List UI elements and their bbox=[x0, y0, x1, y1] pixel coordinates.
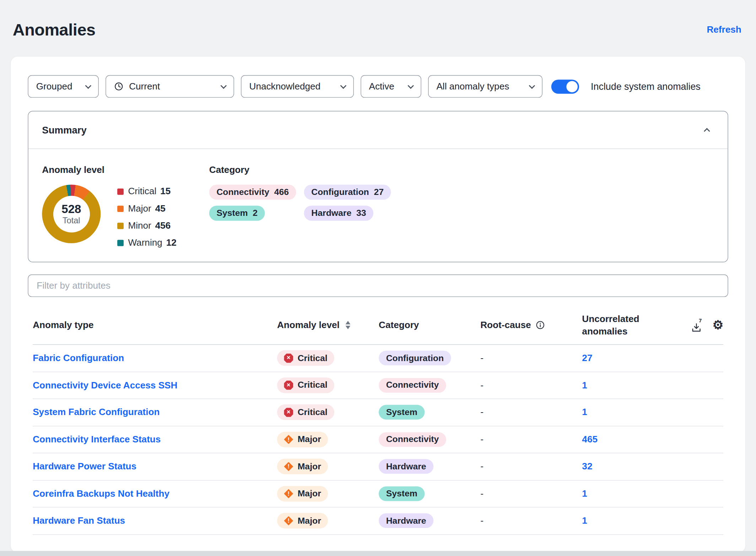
anomaly-level-legend: Critical 15 Major 45 Minor bbox=[117, 185, 177, 248]
category-pill: Hardware bbox=[379, 513, 433, 528]
category-pill: Configuration bbox=[379, 351, 451, 365]
legend-item-major: Major 45 bbox=[117, 203, 177, 214]
anomalies-page: Anomalies Refresh Grouped Current Unackn… bbox=[0, 0, 756, 556]
download-icon bbox=[691, 323, 702, 333]
clock-icon bbox=[114, 82, 124, 92]
legend-label: Major bbox=[128, 203, 151, 214]
table-row: Connectivity Device Access SSH Critical … bbox=[33, 372, 723, 399]
anomaly-type-link[interactable]: Hardware Fan Status bbox=[33, 516, 125, 526]
chevron-down-icon bbox=[340, 82, 347, 89]
summary-header: Summary bbox=[28, 111, 728, 149]
uncorrelated-count-link[interactable]: 1 bbox=[582, 407, 587, 417]
legend-value: 15 bbox=[160, 186, 171, 197]
critical-icon bbox=[284, 354, 293, 363]
time-range-dropdown[interactable]: Current bbox=[106, 75, 234, 98]
anomaly-type-link[interactable]: Fabric Configuration bbox=[33, 353, 124, 363]
anomaly-type-link[interactable]: Connectivity Device Access SSH bbox=[33, 380, 177, 390]
download-button[interactable]: 7 bbox=[690, 318, 703, 332]
info-icon[interactable] bbox=[536, 320, 545, 329]
category-pill: System bbox=[379, 486, 425, 501]
download-badge: 7 bbox=[699, 317, 702, 323]
acknowledgement-dropdown[interactable]: Unacknowledged bbox=[241, 75, 354, 98]
category-pill-connectivity: Connectivity 466 bbox=[209, 185, 296, 200]
root-cause-value: - bbox=[480, 353, 582, 364]
uncorrelated-count-link[interactable]: 465 bbox=[582, 434, 598, 445]
root-cause-value: - bbox=[480, 461, 582, 472]
root-cause-value: - bbox=[480, 407, 582, 418]
grouped-dropdown-label: Grouped bbox=[36, 81, 72, 92]
uncorrelated-count-link[interactable]: 1 bbox=[582, 516, 587, 526]
summary-title: Summary bbox=[42, 124, 86, 136]
summary-collapse-button[interactable] bbox=[699, 122, 714, 137]
legend-label: Minor bbox=[128, 220, 151, 231]
time-range-dropdown-label: Current bbox=[129, 81, 160, 92]
active-state-dropdown-label: Active bbox=[369, 81, 394, 92]
legend-color-swatch bbox=[117, 240, 124, 246]
legend-label: Warning bbox=[128, 238, 162, 248]
filter-toolbar: Grouped Current Unacknowledged Active bbox=[28, 75, 728, 98]
anomalies-card: Grouped Current Unacknowledged Active bbox=[11, 57, 745, 552]
severity-badge-major: Major bbox=[277, 459, 328, 474]
category-section: Category Connectivity 466 Configuration … bbox=[209, 165, 714, 248]
legend-value: 45 bbox=[155, 203, 166, 214]
root-cause-value: - bbox=[480, 434, 582, 445]
summary-panel: Summary Anomaly level 528 Total bbox=[28, 111, 728, 262]
uncorrelated-count-link[interactable]: 32 bbox=[582, 461, 592, 471]
table-row: Fabric Configuration Critical Configurat… bbox=[33, 345, 723, 372]
column-header-root-cause: Root-cause bbox=[480, 320, 582, 330]
anomaly-level-donut-chart: 528 Total bbox=[42, 185, 101, 243]
anomaly-type-link[interactable]: Coreinfra Backups Not Healthy bbox=[33, 488, 169, 498]
refresh-button[interactable]: Refresh bbox=[707, 24, 741, 35]
active-state-dropdown[interactable]: Active bbox=[361, 75, 421, 98]
page-header: Anomalies Refresh bbox=[0, 0, 756, 40]
chevron-up-icon bbox=[703, 128, 710, 135]
root-cause-value: - bbox=[480, 380, 582, 391]
critical-icon bbox=[284, 408, 293, 417]
severity-badge-critical: Critical bbox=[277, 404, 334, 420]
gear-icon[interactable]: ⚙ bbox=[713, 319, 724, 331]
category-pill: Connectivity bbox=[379, 378, 446, 392]
acknowledgement-dropdown-label: Unacknowledged bbox=[249, 81, 321, 92]
severity-badge-major: Major bbox=[277, 486, 328, 501]
donut-total-value: 528 bbox=[61, 202, 81, 216]
anomaly-type-link[interactable]: Connectivity Interface Status bbox=[33, 434, 161, 445]
column-header-anomaly-level: Anomaly level bbox=[277, 320, 379, 330]
table-header-actions: 7 ⚙ bbox=[690, 318, 723, 332]
summary-body: Anomaly level 528 Total Critical bbox=[28, 149, 728, 262]
legend-value: 12 bbox=[166, 238, 177, 248]
uncorrelated-count-link[interactable]: 27 bbox=[582, 353, 592, 363]
column-header-anomaly-type: Anomaly type bbox=[33, 320, 277, 330]
table-row: Coreinfra Backups Not Healthy Major Syst… bbox=[33, 480, 723, 507]
uncorrelated-count-link[interactable]: 1 bbox=[582, 488, 587, 498]
grouped-dropdown[interactable]: Grouped bbox=[28, 75, 98, 98]
anomaly-types-dropdown[interactable]: All anomaly types bbox=[428, 75, 542, 98]
table-row: Connectivity Interface Status Major Conn… bbox=[33, 426, 723, 453]
chevron-down-icon bbox=[529, 82, 535, 89]
uncorrelated-count-link[interactable]: 1 bbox=[582, 380, 587, 390]
include-system-anomalies-toggle[interactable] bbox=[551, 80, 579, 94]
table-row: System Fabric Configuration Critical Sys… bbox=[33, 399, 723, 426]
anomalies-table: Anomaly type Anomaly level Category Root… bbox=[28, 306, 728, 534]
category-pill: System bbox=[379, 405, 425, 420]
legend-color-swatch bbox=[117, 223, 124, 229]
root-cause-value: - bbox=[480, 488, 582, 499]
table-header-row: Anomaly type Anomaly level Category Root… bbox=[33, 306, 723, 345]
donut-center: 528 Total bbox=[61, 202, 81, 225]
anomaly-type-link[interactable]: Hardware Power Status bbox=[33, 461, 136, 471]
root-cause-value: - bbox=[480, 516, 582, 526]
include-system-anomalies-label: Include system anomalies bbox=[591, 81, 701, 92]
table-row: Hardware Power Status Major Hardware - 3… bbox=[33, 453, 723, 480]
chevron-down-icon bbox=[407, 82, 414, 89]
severity-badge-critical: Critical bbox=[277, 350, 334, 366]
donut-total-label: Total bbox=[61, 216, 81, 225]
anomaly-type-link[interactable]: System Fabric Configuration bbox=[33, 407, 160, 417]
legend-color-swatch bbox=[117, 205, 124, 212]
legend-item-minor: Minor 456 bbox=[117, 220, 177, 231]
major-icon bbox=[284, 435, 293, 444]
toggle-knob bbox=[566, 81, 578, 92]
legend-color-swatch bbox=[117, 188, 124, 195]
anomaly-level-label: Anomaly level bbox=[42, 165, 209, 175]
sort-arrows-icon[interactable] bbox=[344, 320, 351, 330]
major-icon bbox=[284, 489, 293, 498]
filter-by-attributes-input[interactable] bbox=[28, 274, 728, 297]
